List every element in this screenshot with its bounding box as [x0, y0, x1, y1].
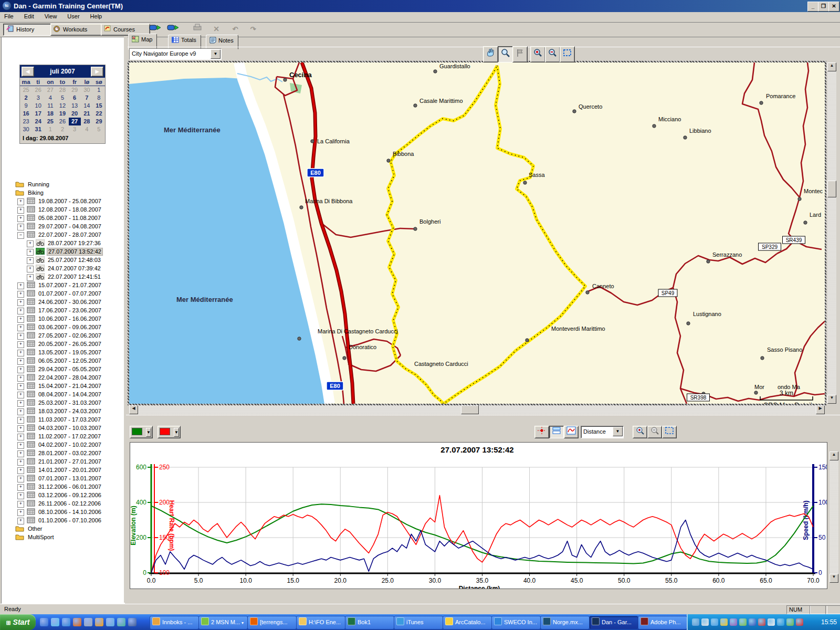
tree-item-28-01-2007-03-02-2007[interactable]: +28.01.2007 - 03.02.2007: [3, 449, 122, 457]
calendar-day[interactable]: 20: [69, 110, 81, 118]
quicklaunch-icon-4[interactable]: [73, 618, 81, 626]
tree-item-15-04-2007-21-04-2007[interactable]: +15.04.2007 - 21.04.2007: [3, 382, 122, 390]
menu-item-edit[interactable]: Edit: [20, 12, 40, 22]
tree-item-14-01-2007-20-01-2007[interactable]: +14.01.2007 - 20.01.2007: [3, 466, 122, 474]
calendar-day[interactable]: 10: [32, 102, 44, 110]
expand-icon[interactable]: +: [27, 274, 34, 281]
tree-item-28-07-2007-19-27-36[interactable]: +28.07.2007 19:27:36: [3, 239, 122, 247]
tray-icon-7[interactable]: [749, 618, 756, 626]
task-button-h-fo-ene-[interactable]: H:\FO Ene...: [296, 616, 345, 629]
expand-icon[interactable]: +: [17, 198, 24, 205]
task-button-bok1[interactable]: Bok1: [345, 616, 394, 629]
quicklaunch-icon-7[interactable]: [106, 618, 114, 626]
expand-icon[interactable]: +: [17, 408, 24, 415]
map-vscroll-thumb[interactable]: [827, 181, 836, 197]
scroll-right-icon[interactable]: ▶: [816, 405, 825, 414]
tree-item-20-05-2007-26-05-2007[interactable]: +20.05.2007 - 26.05.2007: [3, 340, 122, 348]
map-horizontal-scrollbar[interactable]: ◀ ▶: [129, 405, 825, 414]
calendar-day[interactable]: 2: [56, 125, 68, 133]
tree-item-11-02-2007-17-02-2007[interactable]: +11.02.2007 - 17.02.2007: [3, 432, 122, 440]
vertical-splitter[interactable]: [124, 37, 128, 603]
calendar-day[interactable]: 14: [81, 102, 93, 110]
marker-tool-button[interactable]: [534, 426, 549, 438]
tree-item-04-02-2007-10-02-2007[interactable]: +04.02.2007 - 10.02.2007: [3, 440, 122, 449]
expand-icon[interactable]: +: [27, 266, 34, 272]
tree-item-12-08-2007-18-08-2007[interactable]: +12.08.2007 - 18.08.2007: [3, 205, 122, 214]
task-button-dan-gar-[interactable]: Dan - Gar...: [589, 616, 638, 629]
expand-icon[interactable]: +: [17, 291, 24, 298]
tray-icon-12[interactable]: [796, 618, 803, 626]
expand-icon[interactable]: +: [27, 257, 34, 264]
tree-item-18-03-2007-24-03-2007[interactable]: +18.03.2007 - 24.03.2007: [3, 407, 122, 415]
tray-icon-6[interactable]: [739, 618, 747, 626]
start-button[interactable]: ⊞ Start: [0, 614, 36, 630]
expand-icon[interactable]: +: [17, 215, 24, 222]
calendar-day[interactable]: 6: [69, 94, 81, 102]
minimize-button[interactable]: _: [807, 2, 818, 12]
tray-icon-2[interactable]: [701, 618, 709, 626]
scroll-down-icon[interactable]: ▼: [827, 395, 836, 404]
curve-view-button[interactable]: [564, 426, 579, 438]
calendar-day[interactable]: 15: [93, 102, 105, 110]
tab-map[interactable]: NMap: [128, 34, 157, 50]
calendar-day[interactable]: 25: [20, 86, 32, 94]
calendar-day[interactable]: 28: [81, 118, 93, 125]
quicklaunch-icon-5[interactable]: [84, 618, 92, 626]
task-button-arccatalo-[interactable]: ArcCatalo...: [443, 616, 492, 629]
menu-item-file[interactable]: File: [0, 12, 20, 22]
calendar-day[interactable]: 2: [20, 94, 32, 102]
calendar-day[interactable]: 7: [81, 94, 93, 102]
tree-folder-running[interactable]: Running: [3, 180, 122, 188]
calendar-day[interactable]: 12: [56, 102, 68, 110]
expand-icon[interactable]: +: [17, 459, 24, 466]
print-button[interactable]: [190, 24, 205, 35]
tree-item-27-05-2007-02-06-2007[interactable]: +27.05.2007 - 02.06.2007: [3, 331, 122, 340]
tree-item-25-07-2007-12-48-03[interactable]: +25.07.2007 12:48:03: [3, 256, 122, 264]
task-button-sweco-in-[interactable]: SWECO In...: [491, 616, 541, 629]
expand-icon[interactable]: +: [17, 366, 24, 373]
tray-icon-1[interactable]: [692, 618, 699, 626]
chevron-down-icon[interactable]: ▼: [146, 428, 151, 437]
flag-button[interactable]: [512, 46, 528, 62]
calendar-day[interactable]: 19: [56, 110, 68, 118]
calendar-day[interactable]: 31: [32, 125, 44, 133]
expand-icon[interactable]: +: [17, 518, 24, 524]
zoom-fit-button[interactable]: [560, 46, 575, 62]
expand-icon[interactable]: +: [17, 333, 24, 340]
tree-item-15-07-2007-21-07-2007[interactable]: +15.07.2007 - 21.07.2007: [3, 281, 122, 289]
expand-icon[interactable]: +: [17, 476, 24, 482]
tree-folder-biking[interactable]: Biking: [3, 188, 122, 197]
tree-item-11-03-2007-17-03-2007[interactable]: +11.03.2007 - 17.03.2007: [3, 415, 122, 424]
map-product-select[interactable]: City Navigator Europe v9 ▼: [129, 48, 222, 60]
tree-item-29-04-2007-05-05-2007[interactable]: +29.04.2007 - 05.05.2007: [3, 365, 122, 373]
calendar-day[interactable]: 25: [44, 118, 56, 125]
tree-item-26-11-2006-02-12-2006[interactable]: +26.11.2006 - 02.12.2006: [3, 499, 122, 508]
expand-icon[interactable]: +: [17, 509, 24, 516]
tree-item-10-06-2007-16-06-2007[interactable]: +10.06.2007 - 16.06.2007: [3, 314, 122, 323]
tray-icon-5[interactable]: [730, 618, 737, 626]
calendar-day[interactable]: 26: [32, 86, 44, 94]
tree-item-01-10-2006-07-10-2006[interactable]: +01.10.2006 - 07.10.2006: [3, 516, 122, 524]
expand-icon[interactable]: +: [27, 249, 34, 256]
task-button-itunes[interactable]: iTunes: [394, 616, 443, 629]
tray-icon-4[interactable]: [720, 618, 728, 626]
calendar-day[interactable]: 28: [56, 86, 68, 94]
quicklaunch-icon-1[interactable]: [40, 618, 48, 626]
chart-scrollbar[interactable]: ▲ ▼: [830, 452, 838, 583]
chart-area[interactable]: 27.07.2007 13:52:42600400200025020015010…: [130, 442, 827, 589]
expand-icon[interactable]: +: [17, 299, 24, 306]
chart-zoom-in-button[interactable]: [633, 426, 647, 438]
calendar-day[interactable]: 29: [69, 86, 81, 94]
calendar-day[interactable]: 24: [32, 118, 44, 125]
scroll-up-icon[interactable]: ▲: [827, 62, 836, 71]
expand-icon[interactable]: +: [27, 240, 34, 247]
calendar-day[interactable]: 17: [32, 110, 44, 118]
expand-icon[interactable]: +: [17, 316, 24, 323]
tree-item-21-01-2007-27-01-2007[interactable]: +21.01.2007 - 27.01.2007: [3, 457, 122, 466]
expand-icon[interactable]: +: [17, 224, 24, 230]
menu-item-view[interactable]: View: [40, 12, 64, 22]
task-button-innboks-[interactable]: Innboks - ...: [150, 616, 199, 629]
calendar-day[interactable]: 22: [93, 110, 105, 118]
heartrate-color-picker[interactable]: ▼: [158, 426, 181, 438]
receive-from-device-button[interactable]: [148, 24, 163, 35]
